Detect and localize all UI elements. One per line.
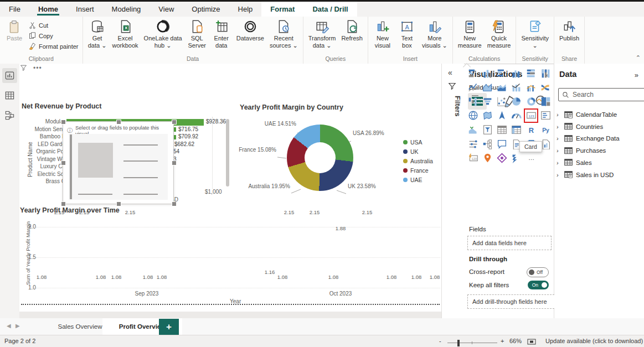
viz-icon-gauge[interactable]: [511, 110, 523, 122]
viz-icon-qa[interactable]: [496, 138, 508, 150]
dataverse-button[interactable]: Dataverse: [234, 18, 267, 44]
report-view-button[interactable]: [2, 68, 17, 83]
data-table-calendartable[interactable]: ›CalendarTable: [557, 109, 617, 120]
drill-through-well[interactable]: Add drill-through fields here: [467, 294, 557, 309]
empty-visual-placeholder[interactable]: ⓘSelect or drag fields to populate this …: [63, 121, 174, 204]
prev-page-arrow[interactable]: ◀: [7, 323, 11, 329]
viz-icon-map[interactable]: [467, 110, 479, 122]
viz-icon-new-card[interactable]: 123: [467, 152, 479, 164]
search-input[interactable]: Search: [558, 88, 644, 101]
viz-icon-r-script[interactable]: R: [525, 123, 537, 136]
viz-icon-clustered-column[interactable]: [511, 67, 523, 79]
legend-item-usa[interactable]: USA: [403, 139, 423, 146]
refresh-button[interactable]: Refresh: [338, 18, 365, 44]
expand-table-icon[interactable]: ›: [557, 147, 561, 154]
viz-icon-more-options[interactable]: …: [525, 152, 537, 164]
bar-chart-scrollbar[interactable]: [226, 119, 229, 187]
keep-all-filters-toggle[interactable]: On: [528, 281, 549, 289]
expand-data-panel-icon[interactable]: »: [635, 71, 638, 79]
data-table-sales[interactable]: ›Sales: [557, 157, 592, 168]
tab-view[interactable]: View: [150, 2, 183, 17]
viz-icon-card[interactable]: 123: [525, 110, 537, 122]
next-page-arrow[interactable]: ▶: [16, 323, 20, 329]
selection-handle[interactable]: [61, 201, 66, 206]
data-table-countries[interactable]: ›Countries: [557, 121, 603, 132]
paste-button[interactable]: Paste: [2, 18, 27, 44]
viz-icon-ribbon[interactable]: [540, 81, 552, 94]
viz-icon-waterfall[interactable]: [467, 95, 479, 107]
selection-handle[interactable]: [172, 201, 177, 206]
selection-handle[interactable]: [116, 120, 121, 125]
viz-icon-clustered-bar[interactable]: [496, 67, 508, 79]
expand-table-icon[interactable]: ›: [557, 135, 561, 142]
fit-to-page-icon[interactable]: [527, 339, 536, 345]
tab-data-drill[interactable]: Data / Drill: [303, 2, 357, 17]
fields-well[interactable]: Add data fields here: [467, 236, 552, 250]
visual-more-options-icon[interactable]: •••: [33, 64, 42, 72]
selection-handle[interactable]: [61, 120, 66, 125]
viz-icon-area[interactable]: [481, 81, 493, 94]
viz-icon-stacked-area[interactable]: [496, 81, 508, 94]
table-view-button[interactable]: [2, 88, 17, 103]
legend-item-uk[interactable]: UK: [403, 148, 419, 155]
viz-icon-line-stacked-column[interactable]: [511, 81, 523, 94]
expand-table-icon[interactable]: ›: [557, 111, 561, 118]
selection-handle[interactable]: [172, 160, 177, 165]
selection-handle[interactable]: [116, 201, 121, 206]
visual-filter-icon[interactable]: [19, 64, 28, 72]
recent-sources-button[interactable]: Recent sources ⌄: [267, 18, 301, 51]
viz-icon-matrix[interactable]: [511, 123, 523, 136]
viz-icon-decomposition-tree[interactable]: [481, 138, 493, 150]
update-available-link[interactable]: Update available (click to download): [545, 338, 643, 344]
viz-icon-100-stacked-bar[interactable]: [525, 67, 537, 79]
viz-icon-azure-map[interactable]: [496, 110, 508, 122]
cut-button[interactable]: Cut: [27, 20, 80, 30]
new-measure-button[interactable]: New measure: [455, 18, 485, 51]
tab-optimize[interactable]: Optimize: [183, 2, 229, 17]
legend-item-france[interactable]: France: [403, 167, 429, 174]
viz-icon-filled-map[interactable]: [481, 110, 493, 122]
viz-icon-100-stacked-column[interactable]: [540, 67, 552, 79]
viz-icon-arcgis-map[interactable]: [481, 152, 493, 164]
viz-icon-donut[interactable]: [525, 95, 537, 107]
expand-filters-icon[interactable]: «: [448, 68, 452, 77]
expand-table-icon[interactable]: ›: [557, 159, 561, 166]
new-visual-button[interactable]: New visual: [370, 18, 395, 51]
viz-icon-stacked-bar[interactable]: [467, 67, 479, 79]
more-visuals-button[interactable]: More visuals ⌄: [419, 18, 450, 51]
viz-icon-multi-row-card[interactable]: [540, 110, 552, 122]
viz-icon-power-automate[interactable]: [511, 152, 523, 164]
excel-workbook-button[interactable]: XExcel workbook: [110, 18, 141, 51]
filters-pane-label[interactable]: Filters: [454, 96, 461, 117]
copy-button[interactable]: Copy: [27, 30, 80, 41]
viz-icon-tile-slicer[interactable]: [467, 138, 479, 150]
viz-icon-funnel[interactable]: [481, 95, 493, 107]
expand-table-icon[interactable]: ›: [557, 123, 561, 130]
legend-item-australia[interactable]: Australia: [403, 158, 433, 164]
format-painter-button[interactable]: Format painter: [27, 41, 80, 51]
data-table-sales-in-usd[interactable]: ›Sales in USD: [557, 169, 614, 180]
zoom-level[interactable]: 66%: [509, 338, 522, 344]
viz-icon-line[interactable]: [467, 81, 479, 94]
cross-report-toggle[interactable]: Off: [527, 267, 549, 277]
selection-handle[interactable]: [172, 120, 177, 125]
publish-button[interactable]: Publish: [557, 18, 582, 44]
zoom-slider-handle[interactable]: [457, 340, 460, 346]
transform-data-button[interactable]: Transform data ⌄: [306, 18, 339, 51]
viz-icon-table[interactable]: [496, 123, 508, 136]
enter-data-button[interactable]: Enter data: [209, 18, 234, 51]
tab-insert[interactable]: Insert: [67, 2, 103, 17]
zoom-in-button[interactable]: +: [501, 338, 504, 344]
zoom-slider-track[interactable]: [447, 343, 497, 343]
viz-icon-power-apps[interactable]: [496, 152, 508, 164]
report-canvas[interactable]: Net Revenue by Product•••Product NameMod…: [19, 64, 441, 312]
text-box-button[interactable]: AText box: [395, 18, 419, 51]
viz-icon-treemap[interactable]: [540, 95, 552, 107]
get-data-button[interactable]: Get data ⌄: [85, 18, 110, 51]
collapse-ribbon-icon[interactable]: ⌃: [636, 54, 641, 61]
legend-item-uae[interactable]: UAE: [403, 177, 423, 183]
new-page-button[interactable]: +: [159, 319, 179, 335]
onelake-data-hub-button[interactable]: OneLake data hub ⌄: [141, 18, 185, 51]
viz-icon-line-clustered-column[interactable]: [525, 81, 537, 94]
tab-modeling[interactable]: Modeling: [103, 2, 150, 17]
